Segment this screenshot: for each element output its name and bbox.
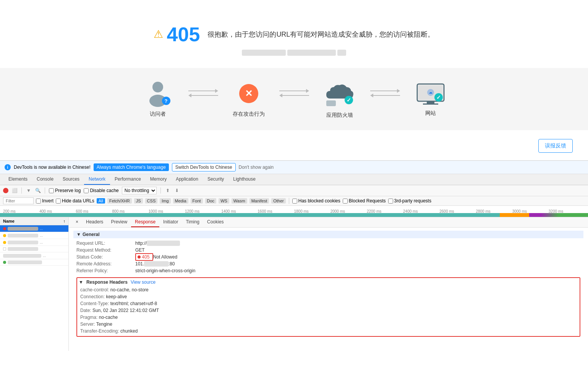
firewall-label: 应用防火墙 <box>326 112 353 119</box>
table-row[interactable] <box>0 246 68 252</box>
wasm-btn[interactable]: Wasm <box>232 198 247 204</box>
detail-tab-close[interactable]: × <box>72 217 82 227</box>
error-header: ⚠ 405 很抱歉，由于您访问的URL有可能对网站造成安全威胁，您的访问被阻断。 <box>154 23 435 46</box>
manifest-btn[interactable]: Manifest <box>249 198 269 204</box>
tab-console[interactable]: Console <box>32 174 58 185</box>
all-filter-btn[interactable]: All <box>97 198 105 204</box>
hide-data-urls-label[interactable]: Hide data URLs <box>56 198 94 204</box>
view-source-link[interactable]: View source <box>131 280 156 285</box>
media-btn[interactable]: Media <box>173 198 188 204</box>
table-row[interactable]: ... <box>0 232 68 239</box>
preserve-log-checkbox[interactable] <box>49 188 54 193</box>
detail-content: ▼ General Request URL: http:// Request M… <box>69 228 588 343</box>
row-name-blur <box>8 260 42 264</box>
preserve-log-label[interactable]: Preserve log <box>49 188 81 193</box>
import-icon[interactable]: ⬆ <box>165 187 171 194</box>
tab-sources[interactable]: Sources <box>58 174 84 185</box>
row-name-blur <box>8 241 38 244</box>
detail-tab-response[interactable]: Response <box>131 217 159 227</box>
tab-memory[interactable]: Memory <box>146 174 171 185</box>
detail-tab-cookies[interactable]: Cookies <box>203 217 227 227</box>
tab-performance[interactable]: Performance <box>110 174 146 185</box>
third-party-checkbox[interactable] <box>388 199 393 204</box>
error-code: 405 <box>167 23 200 46</box>
arrow-3 <box>370 89 400 97</box>
table-row[interactable] <box>0 259 68 266</box>
disable-cache-text: Disable cache <box>90 188 118 193</box>
attack-node: ✕ 存在攻击行为 <box>218 80 279 118</box>
disable-cache-label[interactable]: Disable cache <box>84 188 118 193</box>
font-btn[interactable]: Font <box>191 198 203 204</box>
tab-elements[interactable]: Elements <box>4 174 32 185</box>
detail-tab-timing[interactable]: Timing <box>182 217 203 227</box>
row-name-blur <box>8 247 38 251</box>
header-row-6: Transfer-Encoding: chunked <box>79 328 578 335</box>
response-headers-title: ▼ Response Headers View source <box>79 280 578 285</box>
export-icon[interactable]: ⬇ <box>174 187 180 194</box>
disable-cache-checkbox[interactable] <box>84 188 89 193</box>
blocked-requests-checkbox[interactable] <box>343 199 348 204</box>
visitor-node: ? 访问者 <box>127 80 188 118</box>
general-section-header: ▼ General <box>73 231 583 238</box>
css-btn[interactable]: CSS <box>145 198 158 204</box>
header-row-0: cache-control: no-cache, no-store <box>79 286 578 293</box>
computer-icon: ☁ ✓ <box>415 81 446 106</box>
invert-label[interactable]: Invert <box>36 198 53 204</box>
js-btn[interactable]: JS <box>134 198 143 204</box>
feedback-button[interactable]: 误报反馈 <box>538 139 573 153</box>
invert-checkbox[interactable] <box>36 199 41 204</box>
record-button[interactable] <box>3 188 8 193</box>
has-blocked-label[interactable]: Has blocked cookies <box>292 198 340 204</box>
has-blocked-checkbox[interactable] <box>292 199 297 204</box>
filter-input[interactable] <box>3 197 34 204</box>
svg-rect-4 <box>427 101 434 103</box>
img-btn[interactable]: Img <box>160 198 170 204</box>
tab-lighthouse[interactable]: Lighthouse <box>228 174 260 185</box>
dont-show-btn[interactable]: Don't show again <box>239 165 274 170</box>
detail-panel: × Headers Preview Response Initiator Tim… <box>69 217 588 351</box>
fetch-xhr-btn[interactable]: Fetch/XHR <box>107 198 132 204</box>
third-party-label[interactable]: 3rd-party requests <box>388 198 431 204</box>
referrer-row: Referrer Policy: strict-origin-when-cros… <box>73 267 583 274</box>
header-row-4: Pragma: no-cache <box>79 314 578 321</box>
header-row-2: Content-Type: text/html; charset=utf-8 <box>79 300 578 307</box>
timeline-area: 200 ms 400 ms 600 ms 800 ms 1000 ms 1200… <box>0 206 588 217</box>
request-url-row: Request URL: http:// <box>73 240 583 247</box>
detail-tab-initiator[interactable]: Initiator <box>159 217 182 227</box>
row-name-blur <box>8 234 38 238</box>
doc-btn[interactable]: Doc <box>205 198 217 204</box>
header-row-5: Server: Tengine <box>79 321 578 328</box>
tab-network[interactable]: Network <box>84 174 110 185</box>
detail-tab-headers[interactable]: Headers <box>82 217 107 227</box>
name-panel: Name ↑ ... ... ... <box>0 217 69 351</box>
detail-tab-preview[interactable]: Preview <box>107 217 131 227</box>
tab-application[interactable]: Application <box>171 174 203 185</box>
ws-btn[interactable]: WS <box>219 198 229 204</box>
detail-tabs: × Headers Preview Response Initiator Tim… <box>69 217 588 228</box>
svg-point-0 <box>152 82 163 92</box>
switch-to-chinese-btn[interactable]: Switch DevTools to Chinese <box>172 163 236 171</box>
stop-icon[interactable]: ⬜ <box>11 187 18 194</box>
devtools-area: i DevTools is now available in Chinese! … <box>0 160 588 351</box>
response-headers-list: cache-control: no-cache, no-store Connec… <box>79 286 578 335</box>
filter-icon[interactable]: ▼ <box>26 187 32 194</box>
header-row-3: Date: Sun, 02 Jan 2022 12:41:02 GMT <box>79 307 578 314</box>
status-code-row: Status Code: 405 Not Allowed <box>73 254 583 260</box>
arrow-2 <box>279 89 309 97</box>
search-icon[interactable]: 🔍 <box>35 187 41 194</box>
hide-data-urls-checkbox[interactable] <box>56 199 61 204</box>
table-row[interactable]: ... <box>0 252 68 259</box>
table-row[interactable]: ... <box>0 239 68 246</box>
other-btn[interactable]: Other <box>271 198 286 204</box>
tab-security[interactable]: Security <box>203 174 228 185</box>
arrow-1 <box>188 89 218 97</box>
always-match-btn[interactable]: Always match Chrome's language <box>94 163 169 171</box>
name-panel-header: Name ↑ <box>0 217 68 225</box>
request-method-row: Request Method: GET <box>73 247 583 254</box>
red-dot <box>138 255 141 259</box>
throttle-select[interactable]: No throttling <box>122 187 157 194</box>
diagram-area: ? 访问者 ✕ <box>0 68 588 130</box>
table-row[interactable]: ... <box>0 225 68 232</box>
error-message: 很抱歉，由于您访问的URL有可能对网站造成安全威胁，您的访问被阻断。 <box>207 30 434 39</box>
blocked-requests-label[interactable]: Blocked Requests <box>343 198 386 204</box>
